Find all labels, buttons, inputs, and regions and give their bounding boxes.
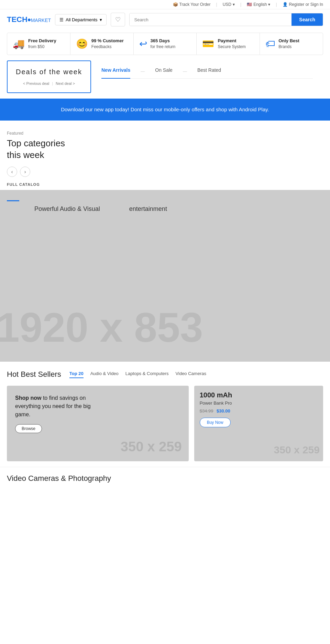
prev-deal-button[interactable]: < Previous deal [23,81,49,86]
av-banner: Powerful Audio & Visual entertainment 19… [0,190,330,362]
tab-on-sale[interactable]: On Sale [155,67,173,76]
tab-sep-1: — [141,69,145,74]
tab-new-arrivals[interactable]: New Arrivals [101,67,130,76]
logo-tech: TECH [7,15,28,24]
video-cameras-section: Video Cameras & Photography [0,467,330,486]
product-price: $34.99 $30.00 [200,408,318,414]
hot-tab-audio-video[interactable]: Audio & Video [90,371,119,377]
product-subtitle: Power Bank Pro [200,400,318,406]
header: TECH•MARKET ☰ All Departments ▾ ♡ Search [0,9,330,30]
deals-nav-sep: | [52,81,53,86]
app-banner: Download our new app today! Dont miss ou… [0,99,330,121]
feature-free-delivery: 🚚 Free Delivery from $50 [7,33,70,55]
product-card-powerbank: 1000 mAh Power Bank Pro $34.99 $30.00 Bu… [194,386,323,461]
track-icon: 📦 [173,2,178,7]
logo-dot-icon: • [28,14,31,25]
hot-title: Hot Best Sellers [7,370,61,379]
hot-section: Hot Best Sellers Top 20 Audio & Video La… [0,362,330,467]
departments-button[interactable]: ☰ All Departments ▾ [55,14,106,25]
promo-card: Shop now to find savings on everything y… [7,386,189,461]
top-bar: 📦 Track Your Order | USD ▾ | 🇺🇸 English … [0,0,330,9]
track-order[interactable]: 📦 Track Your Order [173,2,211,7]
tab-best-rated[interactable]: Best Rated [197,67,221,76]
divider3: | [276,2,277,7]
divider2: | [240,2,241,7]
hot-tab-top20[interactable]: Top 20 [69,371,84,377]
deals-tabs-row: Deals of the week < Previous deal | Next… [7,60,323,93]
new-price: $30.00 [217,408,230,414]
feature-best-brands: 🏷 Only Best Brands [260,33,323,55]
register-signin[interactable]: 👤 Register or Sign In [283,2,323,7]
featured-label: Featured [7,131,323,136]
featured-section: Featured Top categories this week ‹ › FU… [0,121,330,190]
user-icon: 👤 [283,2,288,7]
product-tabs-section: New Arrivals — On Sale — Best Rated [91,60,323,93]
buy-now-button[interactable]: Buy Now [200,418,231,427]
product-size-placeholder: 350 x 259 [274,444,320,456]
chevron-down-icon: ▾ [100,17,102,22]
prev-category-button[interactable]: ‹ [7,167,17,177]
hot-header: Hot Best Sellers Top 20 Audio & Video La… [7,370,323,379]
old-price: $34.99 [200,408,213,414]
logo-market: MARKET [31,18,51,23]
category-nav-arrows: ‹ › [7,167,323,177]
search-button[interactable]: Search [292,13,323,26]
browse-button[interactable]: Browse [15,424,42,433]
deals-title: Deals of the week [16,68,82,76]
tag-icon: 🏷 [265,38,275,49]
language-selector[interactable]: 🇺🇸 English ▾ [247,2,270,7]
search-bar: Search [129,13,323,26]
promo-size-placeholder: 350 x 259 [121,439,182,454]
search-input[interactable] [130,13,292,26]
menu-icon: ☰ [59,17,64,22]
wishlist-button[interactable]: ♡ [111,13,125,26]
video-section-title: Video Cameras & Photography [7,474,323,483]
currency-selector[interactable]: USD ▾ [223,2,235,7]
feature-free-return: ↩ 365 Days for free return [134,33,197,55]
hot-tabs: Top 20 Audio & Video Laptops & Computers… [69,371,206,377]
logo[interactable]: TECH•MARKET [7,15,51,24]
heart-icon: ♡ [115,16,121,23]
deals-navigation: < Previous deal | Next deal > [16,81,82,86]
featured-title: Top categories this week [7,138,323,161]
feature-customer-feedback: 😊 99 % Customer Feedbacks [70,33,134,55]
av-accent-line [7,200,19,201]
payment-icon: 💳 [202,38,214,49]
return-icon: ↩ [139,38,147,49]
hot-tab-laptops[interactable]: Laptops & Computers [125,371,169,377]
banner-text: Download our new app today! Dont miss ou… [61,106,269,112]
divider1: | [216,2,217,7]
flag-icon: 🇺🇸 [247,2,252,7]
product-name: 1000 mAh [200,391,318,399]
hot-tab-video-cameras[interactable]: Video Cameras [176,371,206,377]
feature-payment-secure: 💳 Payment Secure System [197,33,260,55]
features-bar: 🚚 Free Delivery from $50 😊 99 % Customer… [7,33,323,55]
next-category-button[interactable]: › [20,167,30,177]
promo-text: Shop now to find savings on everything y… [15,394,104,419]
tabs-list: New Arrivals — On Sale — Best Rated [101,67,313,79]
next-deal-button[interactable]: Next deal > [56,81,75,86]
av-size-placeholder: 1920 x 853 [0,307,203,348]
truck-icon: 🚚 [13,38,25,49]
deals-box: Deals of the week < Previous deal | Next… [7,60,91,93]
tab-sep-2: — [183,69,187,74]
smile-icon: 😊 [76,38,88,49]
full-catalog-link[interactable]: FULL CATALOG [7,182,323,187]
hot-products-row: Shop now to find savings on everything y… [7,386,323,461]
av-title: Powerful Audio & Visual entertainment [7,205,323,213]
